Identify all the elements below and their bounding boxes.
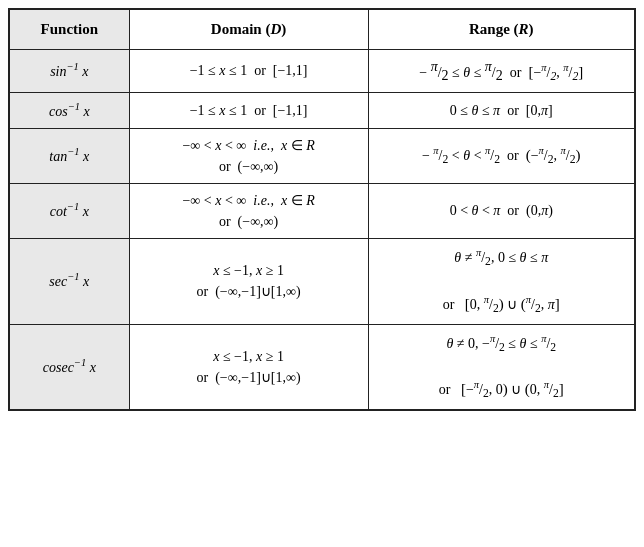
header-domain: Domain (D) xyxy=(129,10,368,50)
domain-sec: x ≤ −1, x ≥ 1 or (−∞,−1]∪[1,∞) xyxy=(129,238,368,324)
fn-sec: sec−1 x xyxy=(10,238,130,324)
header-function: Function xyxy=(10,10,130,50)
fn-cos: cos−1 x xyxy=(10,92,130,128)
table-row: tan−1 x −∞ < x < ∞ i.e., x ∈ R or (−∞,∞)… xyxy=(10,128,635,183)
domain-sin: −1 ≤ x ≤ 1 or [−1,1] xyxy=(129,49,368,92)
range-cot: 0 < θ < π or (0,π) xyxy=(368,183,635,238)
fn-sin: sin−1 x xyxy=(10,49,130,92)
domain-tan: −∞ < x < ∞ i.e., x ∈ R or (−∞,∞) xyxy=(129,128,368,183)
fn-tan: tan−1 x xyxy=(10,128,130,183)
table-row: sin−1 x −1 ≤ x ≤ 1 or [−1,1] − π/2 ≤ θ ≤… xyxy=(10,49,635,92)
range-tan: − π/2 < θ < π/2 or (−π/2, π/2) xyxy=(368,128,635,183)
fn-cosec: cosec−1 x xyxy=(10,324,130,410)
range-sec: θ ≠ π/2, 0 ≤ θ ≤ π or [0, π/2) ∪ (π/2, π… xyxy=(368,238,635,324)
domain-cosec: x ≤ −1, x ≥ 1 or (−∞,−1]∪[1,∞) xyxy=(129,324,368,410)
fn-cot: cot−1 x xyxy=(10,183,130,238)
main-table: Function Domain (D) Range (R) sin−1 x −1… xyxy=(8,8,636,411)
range-cosec: θ ≠ 0, −π/2 ≤ θ ≤ π/2 or [−π/2, 0) ∪ (0,… xyxy=(368,324,635,410)
range-cos: 0 ≤ θ ≤ π or [0,π] xyxy=(368,92,635,128)
domain-cos: −1 ≤ x ≤ 1 or [−1,1] xyxy=(129,92,368,128)
table-row: cot−1 x −∞ < x < ∞ i.e., x ∈ R or (−∞,∞)… xyxy=(10,183,635,238)
table-row: cos−1 x −1 ≤ x ≤ 1 or [−1,1] 0 ≤ θ ≤ π o… xyxy=(10,92,635,128)
range-sin: − π/2 ≤ θ ≤ π/2 or [−π/2, π/2] xyxy=(368,49,635,92)
domain-cot: −∞ < x < ∞ i.e., x ∈ R or (−∞,∞) xyxy=(129,183,368,238)
table-row: sec−1 x x ≤ −1, x ≥ 1 or (−∞,−1]∪[1,∞) θ… xyxy=(10,238,635,324)
header-range: Range (R) xyxy=(368,10,635,50)
table-row: cosec−1 x x ≤ −1, x ≥ 1 or (−∞,−1]∪[1,∞)… xyxy=(10,324,635,410)
